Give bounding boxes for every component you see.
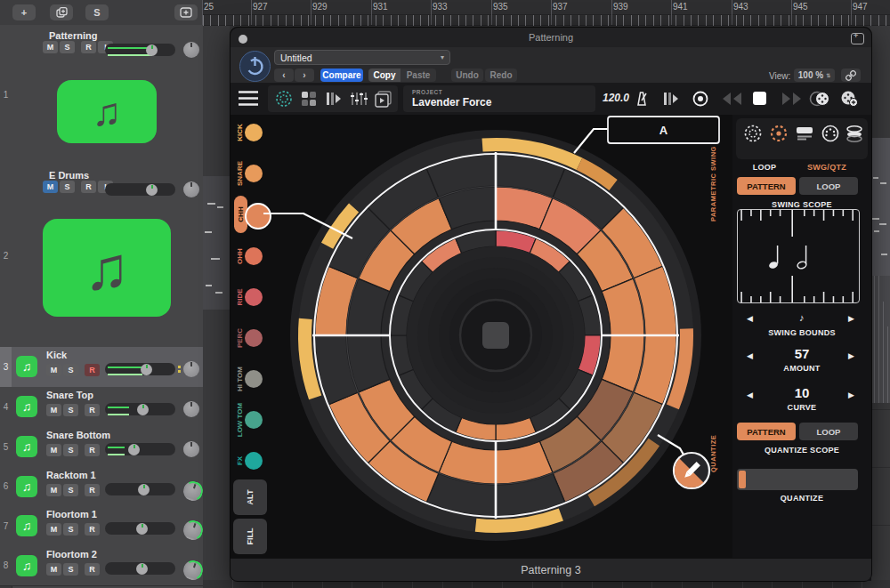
track-row[interactable]: 6♫Racktom 1MSR (0, 467, 203, 507)
pan-knob[interactable] (181, 518, 206, 543)
instrument-pad[interactable] (245, 329, 263, 347)
r-button[interactable]: R (85, 364, 100, 376)
m-button[interactable]: M (46, 563, 61, 576)
s-button[interactable]: S (63, 563, 78, 576)
volume-knob[interactable] (137, 404, 149, 415)
volume-knob[interactable] (146, 184, 158, 196)
r-button[interactable]: R (85, 563, 100, 576)
midi-mode-icon[interactable] (821, 124, 840, 143)
arrange-area-left[interactable] (203, 25, 230, 588)
volume-knob[interactable] (146, 44, 158, 56)
volume-knob[interactable] (136, 563, 148, 575)
swing-scope-display[interactable] (737, 209, 860, 303)
stop-button[interactable] (753, 92, 766, 105)
volume-slider[interactable] (105, 183, 175, 196)
redo-button[interactable]: Redo (485, 68, 517, 82)
preset-dropdown[interactable]: Untitled ▾ (274, 50, 450, 65)
swing-qtz-mode-icon[interactable] (769, 124, 789, 143)
track-alternatives-button[interactable] (174, 4, 198, 20)
record-button[interactable] (692, 90, 709, 108)
volume-slider[interactable] (105, 562, 175, 575)
instrument-pad[interactable] (245, 288, 263, 306)
presets-mode-icon[interactable] (795, 124, 814, 143)
s-button[interactable]: S (60, 181, 75, 193)
s-button[interactable]: S (63, 484, 78, 496)
loop-mode-icon[interactable] (743, 124, 763, 143)
pan-knob[interactable] (183, 42, 199, 58)
paste-button[interactable]: Paste (400, 68, 436, 82)
add-pattern-icon[interactable] (839, 90, 859, 108)
bar-ruler[interactable]: 25927929931933935937939941943945947 (203, 0, 890, 26)
undo-button[interactable]: Undo (451, 68, 483, 82)
amount-right-arrow[interactable]: ▶ (848, 351, 854, 360)
track-row[interactable]: 2E DrumsMSRI♫ (0, 165, 203, 348)
instrument-pad[interactable] (245, 165, 263, 182)
pan-knob[interactable] (183, 361, 199, 377)
quantize-pattern-tab[interactable]: PATTERN (737, 423, 796, 440)
m-button[interactable]: M (46, 444, 61, 456)
s-button[interactable]: S (60, 41, 75, 53)
volume-slider[interactable] (105, 403, 175, 415)
pan-knob[interactable] (181, 479, 206, 503)
track-row[interactable]: 8♫Floortom 2MSR (0, 546, 203, 586)
project-display[interactable]: PROJECT Lavender Force (403, 85, 595, 112)
pads-icon[interactable] (300, 90, 318, 108)
pan-knob[interactable] (183, 401, 199, 417)
r-button[interactable]: R (81, 41, 96, 53)
m-button[interactable]: M (43, 181, 58, 193)
s-button[interactable]: S (63, 364, 78, 376)
next-preset-button[interactable]: › (295, 68, 314, 82)
pan-knob[interactable] (181, 558, 206, 583)
pan-knob[interactable] (183, 441, 199, 457)
instrument-pad[interactable] (245, 370, 263, 388)
m-button[interactable]: M (46, 484, 61, 496)
track-row[interactable]: 4♫Snare TopMSR (0, 387, 203, 428)
swing-bounds-right-arrow[interactable]: ▶ (848, 314, 854, 323)
s-button[interactable]: S (63, 404, 78, 416)
r-button[interactable]: R (81, 181, 96, 193)
volume-slider[interactable] (105, 363, 175, 375)
copy-button[interactable]: Copy (368, 68, 400, 82)
plugin-titlebar[interactable]: Patterning (231, 28, 871, 48)
instrument-pad[interactable] (245, 411, 263, 429)
view-size-select[interactable]: 100 % ⇅ (794, 68, 835, 82)
volume-slider[interactable] (105, 443, 175, 455)
midi-region[interactable] (870, 138, 890, 276)
swgqtz-tab-label[interactable]: SWG/QTZ (757, 163, 890, 172)
quantize-slider[interactable] (737, 469, 858, 490)
r-button[interactable]: R (85, 523, 100, 536)
r-button[interactable]: R (85, 444, 100, 456)
swing-pattern-tab[interactable]: PATTERN (737, 177, 796, 195)
volume-slider[interactable] (105, 522, 175, 535)
rewind-button[interactable] (720, 91, 743, 107)
pan-knob[interactable] (183, 181, 199, 197)
m-button[interactable]: M (43, 41, 58, 53)
r-button[interactable]: R (85, 484, 100, 496)
track-row[interactable]: 1PatterningMSRI♫ (0, 25, 203, 165)
curve-right-arrow[interactable]: ▶ (848, 391, 854, 399)
pattern-chain-icon[interactable] (809, 90, 830, 108)
instrument-pad[interactable] (245, 203, 271, 230)
automation-region[interactable] (870, 276, 890, 403)
volume-knob[interactable] (141, 364, 152, 375)
volume-slider[interactable] (105, 44, 175, 56)
r-button[interactable]: R (85, 404, 100, 416)
instrument-pad[interactable] (245, 247, 263, 265)
track-row[interactable]: 7♫Floortom 1MSR (0, 506, 203, 547)
mixer-icon[interactable] (350, 90, 368, 108)
compare-button[interactable]: Compare (320, 68, 363, 82)
m-button[interactable]: M (46, 364, 61, 376)
s-button[interactable]: S (63, 444, 78, 456)
volume-knob[interactable] (138, 484, 150, 495)
s-button[interactable]: S (63, 523, 78, 536)
volume-knob[interactable] (136, 523, 148, 535)
steps-icon[interactable] (662, 90, 680, 108)
add-track-button[interactable]: + (12, 4, 36, 20)
swing-loop-tab[interactable]: LOOP (799, 177, 858, 195)
song-sections-icon[interactable] (375, 90, 392, 108)
arrange-area-right[interactable] (870, 25, 890, 588)
kit-stack-icon[interactable] (845, 124, 864, 143)
link-button[interactable] (841, 68, 861, 82)
track-row[interactable]: 3♫KickMSR (0, 347, 203, 388)
quantize-loop-tab[interactable]: LOOP (799, 423, 858, 440)
